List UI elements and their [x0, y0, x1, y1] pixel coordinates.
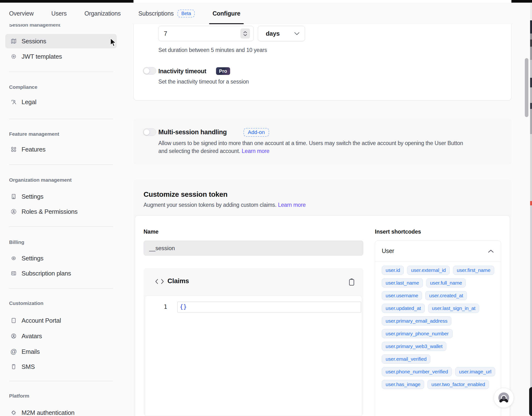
vertical-scrollbar[interactable] [525, 58, 528, 117]
token-name-input[interactable] [143, 241, 363, 256]
claims-title: Claims [167, 277, 189, 285]
toggle-knob [143, 68, 150, 74]
background-window-sliver [530, 3, 532, 20]
sms-icon [10, 364, 17, 370]
shortcode-chip[interactable]: user.updated_at [382, 304, 425, 313]
tab-organizations[interactable]: Organizations [85, 3, 121, 24]
section-header-platform: Platform [9, 393, 110, 399]
clipboard-icon [348, 278, 355, 286]
sidebar-item-emails[interactable]: @ Emails [5, 346, 117, 357]
sidebar-divider [9, 164, 113, 165]
background-window-sliver [530, 20, 532, 34]
duration-stepper[interactable] [240, 29, 250, 39]
shortcode-chip[interactable]: user.has_image [382, 380, 424, 389]
copy-claims-button[interactable] [347, 277, 356, 287]
shortcode-chip[interactable]: user.first_name [453, 266, 494, 275]
background-window-sliver [530, 103, 532, 109]
multi-session-description: Allow users to be signed into more than … [158, 139, 504, 155]
shortcode-chip[interactable]: user.username [382, 291, 422, 300]
inactivity-timeout-toggle[interactable] [143, 67, 156, 75]
multi-session-toggle[interactable] [143, 128, 156, 136]
shortcode-chip[interactable]: user.email_verified [382, 355, 430, 364]
duration-unit-select[interactable]: days [258, 26, 305, 41]
code-icon [155, 279, 164, 285]
line-number: 1 [160, 303, 167, 310]
background-window-sliver [530, 205, 532, 387]
tab-users[interactable]: Users [51, 3, 67, 24]
shortcode-chip[interactable]: user.id [382, 266, 404, 275]
m2m-authentication-icon [10, 409, 17, 416]
sidebar-item-org-settings[interactable]: Settings [5, 191, 117, 202]
addon-badge: Add-on [244, 128, 269, 137]
background-window-sliver [530, 34, 532, 39]
sidebar-item-jwt-templates[interactable]: JWT templates [5, 51, 117, 62]
sidebar-item-roles-permissions[interactable]: Roles & Permissions [5, 206, 117, 217]
chevron-up-icon[interactable] [488, 249, 494, 254]
shortcodes-group-user[interactable]: User [382, 248, 394, 254]
shortcode-chip[interactable]: user.primary_web3_wallet [382, 342, 446, 351]
sidebar-divider [9, 72, 113, 72]
sidebar-item-subscription-plans[interactable]: Subscription plans [5, 268, 117, 279]
customize-learn-more-link[interactable]: Learn more [278, 202, 306, 208]
customize-session-token-title: Customize session token [143, 190, 228, 198]
clerk-help-button[interactable] [494, 388, 514, 408]
multi-session-learn-more-link[interactable]: Learn more [242, 148, 269, 154]
background-window-sliver [530, 60, 532, 78]
shortcode-chip[interactable]: user.full_name [426, 278, 466, 288]
shortcode-chip[interactable]: user.image_url [455, 367, 495, 376]
insert-shortcodes-label: Insert shortcodes [375, 229, 421, 235]
sidebar-item-account-portal[interactable]: Account Portal [5, 315, 117, 326]
background-window-sliver [530, 78, 532, 87]
background-window-sliver [530, 201, 532, 205]
legal-icon [10, 99, 17, 105]
shortcode-chip[interactable]: user.primary_phone_number [382, 329, 453, 338]
claims-code-editor[interactable]: 1 {} [145, 296, 362, 416]
shortcode-chip[interactable]: user.last_name [382, 278, 423, 288]
sidebar-item-sessions[interactable]: Sessions [5, 34, 117, 48]
toggle-knob [143, 129, 150, 135]
shortcode-chip[interactable]: user.phone_number_verified [382, 367, 452, 376]
background-window-sliver [530, 134, 532, 201]
sidebar-divider [9, 226, 113, 227]
section-header-feature-management: Feature management [9, 131, 110, 137]
avatars-icon [10, 333, 17, 339]
sidebar-item-sms[interactable]: SMS [5, 361, 117, 372]
features-icon [10, 146, 17, 153]
mouse-cursor [110, 38, 117, 47]
shortcode-chip[interactable]: user.two_factor_enabled [428, 380, 489, 389]
tab-subscriptions[interactable]: Subscriptions Beta [139, 3, 195, 24]
shortcode-chip[interactable]: user.created_at [425, 291, 467, 300]
section-header-organization-management: Organization management [9, 177, 110, 183]
name-label: Name [143, 229, 159, 235]
tab-configure[interactable]: Configure [212, 3, 240, 24]
sidebar-item-legal[interactable]: Legal [5, 96, 117, 108]
clerk-logo-icon [497, 391, 510, 404]
sidebar-item-m2m-authentication[interactable]: M2M authentication [5, 407, 117, 416]
sidebar-divider [9, 381, 113, 381]
active-code-line[interactable]: {} [177, 302, 361, 313]
sidebar-item-billing-settings[interactable]: Settings [5, 252, 117, 264]
inactivity-timeout-label: Inactivity timeout [158, 68, 206, 75]
tab-overview[interactable]: Overview [9, 3, 34, 24]
background-window-sliver [530, 109, 532, 134]
sidebar-item-features[interactable]: Features [5, 144, 117, 155]
org-settings-icon [10, 193, 17, 200]
multi-session-label: Multi-session handling [158, 128, 227, 136]
stepper-up-icon [243, 31, 247, 33]
jwt-templates-icon [10, 53, 17, 60]
account-portal-icon [10, 317, 17, 324]
session-duration-input[interactable] [158, 26, 254, 41]
shortcode-chip-list: user.id user.external_id user.first_name… [382, 266, 496, 389]
top-navigation: Overview Users Organizations Subscriptio… [0, 3, 530, 24]
shortcodes-panel: User user.id user.external_id user.first… [375, 241, 501, 416]
claims-editor-container: Claims 1 {} [143, 268, 363, 416]
shortcode-chip[interactable]: user.last_sign_in_at [428, 304, 479, 313]
subscription-plans-icon [10, 270, 17, 276]
shortcode-chip[interactable]: user.external_id [407, 266, 449, 275]
roles-permissions-icon [10, 208, 17, 215]
sidebar-item-avatars[interactable]: Avatars [5, 330, 117, 342]
pro-badge: Pro [216, 67, 230, 75]
background-window-sliver [530, 87, 532, 103]
duration-helper-text: Set duration between 5 minutes and 10 ye… [158, 47, 267, 53]
shortcode-chip[interactable]: user.primary_email_address [382, 316, 451, 326]
